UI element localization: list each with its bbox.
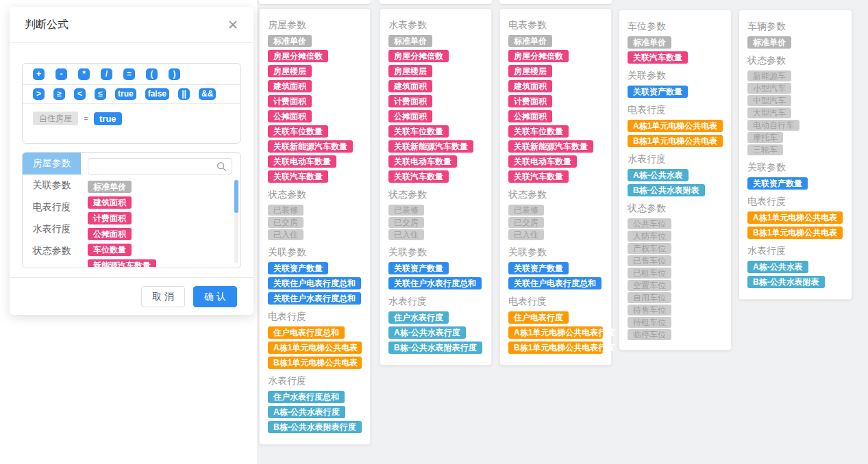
param-tag[interactable]: 关联资产数量 [747, 177, 808, 190]
param-tag[interactable]: 计费面积 [88, 212, 132, 224]
param-tag[interactable]: 计费面积 [268, 95, 312, 107]
param-tag[interactable]: 关联资产数量 [508, 262, 569, 274]
param-tag[interactable]: 计费面积 [508, 95, 552, 107]
param-tag[interactable]: B栋1单元电梯公共电表 [747, 227, 843, 239]
operator-button[interactable]: * [78, 68, 90, 80]
close-icon[interactable]: ✕ [227, 18, 238, 31]
operator-button[interactable]: true [115, 88, 136, 100]
operator-button[interactable]: ( [146, 68, 158, 80]
param-tag[interactable]: 公摊面积 [388, 110, 432, 123]
param-tag[interactable]: A栋1单元电梯公共电表 [268, 341, 362, 354]
param-tag[interactable]: 关联新能源汽车数量 [388, 140, 473, 153]
param-tag[interactable]: 车位数量 [88, 244, 132, 256]
section-header: 状态参数 [628, 203, 723, 214]
param-tag[interactable]: 公摊面积 [88, 228, 132, 240]
formula-value-chip[interactable]: true [94, 112, 122, 125]
param-tag[interactable]: A栋-公共水表行度 [268, 406, 345, 418]
selector-tab[interactable]: 电表行度 [23, 196, 81, 218]
param-tag[interactable]: 建筑面积 [508, 80, 552, 92]
param-tag[interactable]: 标准单价 [268, 35, 312, 47]
param-tag[interactable]: B栋-公共水表附表行度 [268, 421, 362, 433]
selector-tab[interactable]: 房屋参数 [23, 153, 81, 175]
param-tag[interactable]: 标准单价 [747, 36, 791, 49]
param-tag[interactable]: 关联汽车数量 [268, 170, 328, 183]
param-tag[interactable]: A栋-公共水表 [628, 169, 689, 181]
param-tag[interactable]: 房屋分摊倍数 [268, 50, 328, 62]
param-tag[interactable]: B栋1单元电梯公共电表 [628, 135, 723, 147]
param-tag[interactable]: 关联资产数量 [268, 262, 328, 274]
param-tag[interactable]: 房屋分摊倍数 [388, 50, 449, 62]
operator-button[interactable]: ≥ [53, 88, 65, 100]
operator-button[interactable]: ) [169, 68, 180, 80]
param-tag[interactable]: A栋1单元电梯公共电表 [628, 120, 723, 132]
param-tag[interactable]: 关联汽车数量 [628, 51, 688, 64]
operator-button[interactable]: || [178, 88, 190, 100]
param-tag[interactable]: 房屋楼层 [388, 65, 432, 77]
param-tag[interactable]: 关联住户电表行度总和 [508, 277, 602, 289]
param-tag[interactable]: A栋-公共水表 [747, 261, 808, 273]
param-tag[interactable]: B栋-公共水表附表 [628, 184, 705, 196]
param-tag[interactable]: 建筑面积 [268, 80, 312, 92]
scrollbar-thumb[interactable] [234, 180, 238, 213]
operator-button[interactable]: > [33, 88, 45, 100]
param-tag[interactable]: 关联资产数量 [628, 86, 688, 98]
operator-button[interactable]: - [55, 68, 67, 80]
param-tag[interactable]: B栋1单元电梯公共电表行度 [508, 341, 603, 354]
formula-variable-chip[interactable]: 自住房屋 [33, 112, 78, 125]
param-tag[interactable]: A栋1单元电梯公共电表 [747, 211, 843, 224]
param-tag[interactable]: 建筑面积 [88, 196, 132, 209]
confirm-button[interactable]: 确 认 [193, 286, 237, 307]
section-header: 电表行度 [747, 196, 843, 207]
param-tag[interactable]: 住户电表行度 [508, 311, 569, 324]
param-tag[interactable]: 公摊面积 [268, 110, 312, 123]
selector-tab[interactable]: 关联参数 [23, 175, 81, 196]
param-tag[interactable]: 房屋楼层 [268, 65, 312, 77]
param-tag[interactable]: B栋1单元电梯公共电表 [268, 357, 362, 369]
param-tag[interactable]: 标准单价 [508, 35, 552, 47]
param-tag[interactable]: A栋1单元电梯公共电表行度 [508, 326, 603, 339]
param-tag[interactable]: 关联资产数量 [388, 262, 449, 274]
param-tag[interactable]: 建筑面积 [388, 80, 432, 92]
param-tag: 电动自行车 [747, 120, 799, 131]
param-tag[interactable]: 关联电动车数量 [508, 155, 577, 168]
param-tag[interactable]: 关联新能源汽车数量 [508, 140, 593, 153]
param-tag[interactable]: 关联车位数量 [508, 125, 569, 138]
param-tag[interactable]: 房屋楼层 [508, 65, 552, 77]
section-header: 电表行度 [508, 296, 603, 307]
param-tag[interactable]: 关联车位数量 [268, 125, 328, 138]
param-tag[interactable]: 住户水表行度总和 [268, 391, 345, 403]
param-tag[interactable]: 标准单价 [88, 181, 132, 193]
param-tag[interactable]: 关联汽车数量 [508, 170, 569, 183]
operator-button[interactable]: / [101, 68, 112, 80]
operator-row-1: +-*/=() [23, 64, 240, 85]
param-tag[interactable]: 住户电表行度总和 [268, 326, 345, 339]
param-tag[interactable]: 关联电动车数量 [388, 155, 457, 168]
param-tag[interactable]: 关联住户电表行度总和 [268, 277, 361, 289]
param-tag[interactable]: 关联新能源汽车数量 [268, 140, 353, 153]
selector-tab[interactable]: 水表行度 [23, 218, 81, 240]
param-tag[interactable]: 公摊面积 [508, 110, 552, 123]
operator-button[interactable]: = [123, 68, 135, 80]
operator-button[interactable]: + [33, 68, 45, 80]
param-tag[interactable]: 计费面积 [388, 95, 432, 107]
param-tag[interactable]: B栋-公共水表附表行度 [388, 341, 482, 354]
param-tag[interactable]: 关联车位数量 [388, 125, 449, 138]
param-tag[interactable]: 新能源汽车数量 [88, 259, 156, 267]
param-tag[interactable]: A栋-公共水表行度 [388, 326, 466, 339]
search-input[interactable] [93, 161, 216, 172]
param-tag[interactable]: 房屋分摊倍数 [508, 50, 569, 62]
param-tag[interactable]: 关联汽车数量 [388, 170, 449, 183]
param-tag[interactable]: 关联住户水表行度总和 [268, 292, 361, 305]
param-tag[interactable]: B栋-公共水表附表 [747, 276, 825, 288]
param-tag[interactable]: 关联住户水表行度总和 [388, 277, 482, 289]
operator-button[interactable]: ≤ [95, 88, 106, 100]
param-tag[interactable]: 标准单价 [388, 35, 432, 47]
param-tag[interactable]: 住户水表行度 [388, 311, 449, 324]
operator-button[interactable]: && [199, 88, 216, 100]
param-tag[interactable]: 关联电动车数量 [268, 155, 336, 168]
operator-button[interactable]: false [145, 88, 169, 100]
cancel-button[interactable]: 取 消 [141, 286, 185, 307]
operator-button[interactable]: < [74, 88, 86, 100]
param-tag[interactable]: 标准单价 [628, 36, 671, 49]
selector-tab[interactable]: 状态参数 [23, 240, 81, 262]
